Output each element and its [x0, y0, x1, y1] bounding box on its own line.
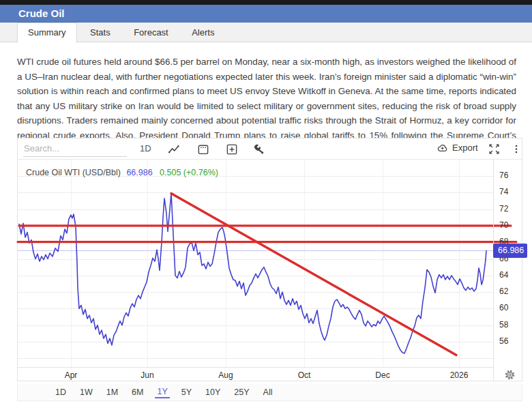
search-field-wrap	[23, 141, 127, 157]
price-change: 0.505 (+0.76%)	[160, 168, 218, 177]
x-axis: AprJunAugOctDec2026	[18, 367, 493, 381]
timeframe-25y[interactable]: 25Y	[232, 386, 251, 398]
y-tick-label: 70	[499, 220, 508, 230]
more-menu-kebab-icon[interactable]	[512, 144, 521, 154]
timeframe-all[interactable]: All	[261, 386, 275, 398]
tab-summary[interactable]: Summary	[17, 23, 77, 43]
x-tick-label: Dec	[375, 370, 389, 380]
axis-settings-gear-icon[interactable]	[504, 369, 516, 381]
tab-stats[interactable]: Stats	[80, 23, 121, 43]
x-tick-label: Oct	[298, 370, 311, 380]
series-title: Crude Oil WTI (USD/Bbl)	[26, 168, 121, 177]
y-tick-label: 58	[499, 320, 508, 330]
x-tick-label: Jun	[141, 370, 153, 380]
calendar-icon[interactable]	[198, 144, 209, 155]
export-button[interactable]: Export	[436, 143, 478, 153]
export-label: Export	[452, 143, 478, 153]
y-tick-label: 76	[499, 171, 508, 180]
timeframe-1d[interactable]: 1D	[53, 386, 68, 398]
x-tick-label: 2026	[450, 370, 469, 380]
title-bar: Crude Oil	[0, 5, 532, 23]
tab-forecast[interactable]: Forecast	[123, 23, 179, 43]
line-style-icon[interactable]	[168, 144, 179, 155]
y-axis: 66.986 7674727068666462605856	[494, 160, 522, 367]
timeframe-5y[interactable]: 5Y	[179, 386, 194, 398]
chart-legend: Crude Oil WTI (USD/Bbl) 66.986 0.505 (+0…	[26, 168, 218, 177]
top-black-strip	[0, 0, 532, 5]
fullscreen-icon[interactable]	[489, 144, 499, 154]
chart-panel: 1D Export	[17, 138, 522, 381]
timeframe-6m[interactable]: 6M	[130, 386, 145, 398]
current-price-badge: 66.986	[493, 244, 527, 258]
tab-bar: Summary Stats Forecast Alerts	[0, 23, 532, 42]
chart-toolbar: 1D Export	[18, 138, 522, 160]
x-tick-label: Apr	[65, 370, 78, 380]
timeframe-1m[interactable]: 1M	[104, 386, 120, 398]
plot-area[interactable]: Crude Oil WTI (USD/Bbl) 66.986 0.505 (+0…	[18, 160, 493, 367]
y-tick-label: 64	[499, 270, 508, 280]
x-tick-label: Aug	[218, 370, 233, 380]
y-tick-label: 56	[499, 336, 508, 346]
timeframe-bar: 1D 1W 1M 6M 1Y 5Y 10Y 25Y All	[17, 383, 522, 401]
series-svg	[18, 160, 493, 367]
tools-wrench-icon[interactable]	[254, 144, 265, 155]
timeframe-1w[interactable]: 1W	[78, 386, 95, 398]
y-tick-label: 62	[499, 287, 508, 296]
y-tick-label: 60	[499, 303, 508, 312]
export-cloud-icon	[436, 143, 449, 153]
timeframe-1y[interactable]: 1Y	[155, 385, 169, 398]
last-price: 66.986	[126, 168, 152, 177]
search-input[interactable]	[23, 141, 127, 157]
timeframe-10y[interactable]: 10Y	[203, 386, 222, 398]
y-tick-label: 74	[499, 187, 508, 196]
y-tick-label: 72	[499, 204, 508, 214]
tab-alerts[interactable]: Alerts	[181, 23, 224, 43]
interval-selector[interactable]: 1D	[140, 143, 151, 153]
compare-add-icon[interactable]	[226, 144, 237, 155]
page-title: Crude Oil	[18, 5, 65, 23]
